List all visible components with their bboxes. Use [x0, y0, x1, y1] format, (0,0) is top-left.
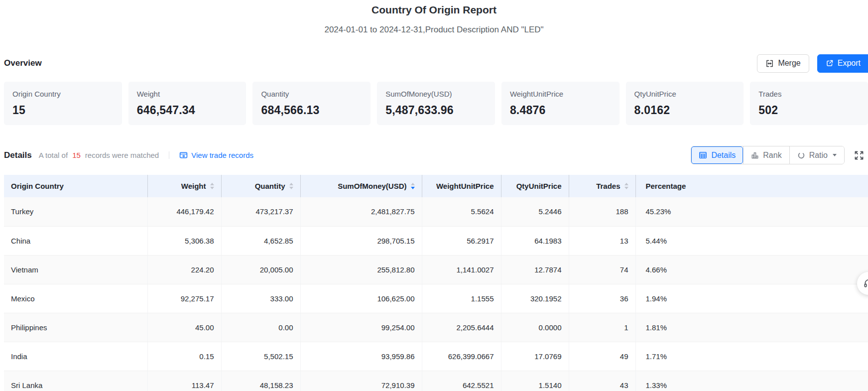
- cell-weight: 224.20: [147, 255, 221, 284]
- cell-origin-country: India: [4, 342, 147, 371]
- merge-button[interactable]: Merge: [757, 54, 809, 73]
- stat-card-label: Quantity: [261, 89, 371, 99]
- stat-card-value: 502: [758, 104, 868, 117]
- sort-desc-caret: [624, 187, 628, 189]
- cell-qty-unit-price: 12.7874: [501, 255, 569, 284]
- table-row: Mexico 92,275.17 333.00 106,625.00 1.155…: [4, 284, 868, 313]
- column-header-label: Percentage: [646, 182, 686, 190]
- tab-rank-label: Rank: [763, 151, 781, 160]
- stat-card-label: Trades: [758, 89, 868, 99]
- page-subtitle: 2024-01-01 to 2024-12-31,Product Descrip…: [0, 24, 868, 35]
- cell-trades: 36: [569, 284, 635, 313]
- sort-icon[interactable]: [624, 183, 628, 189]
- sort-desc-caret: [411, 187, 415, 189]
- column-header[interactable]: SumOfMoney(USD): [300, 175, 422, 197]
- cell-weight-unit-price: 5.5624: [422, 197, 501, 226]
- matched-prefix: A total of: [39, 151, 68, 159]
- overview-actions: Merge Export: [757, 54, 868, 73]
- table-header: Origin Country Weight: [4, 175, 868, 197]
- cell-weight: 45.00: [147, 313, 221, 342]
- column-header[interactable]: WeightUnitPrice: [422, 175, 501, 197]
- cell-weight: 92,275.17: [147, 284, 221, 313]
- table-row: Vietnam 224.20 20,005.00 255,812.80 1,14…: [4, 255, 868, 284]
- view-switcher: Details Rank Ratio: [691, 146, 864, 164]
- cell-trades: 13: [569, 226, 635, 255]
- segmented-control: Details Rank Ratio: [691, 146, 845, 164]
- cell-trades: 49: [569, 342, 635, 371]
- sort-icon[interactable]: [289, 183, 293, 189]
- table-row: India 0.15 5,502.15 93,959.86 626,399.06…: [4, 342, 868, 371]
- headset-icon: [863, 278, 868, 289]
- cell-qty-unit-price: 5.2446: [501, 197, 569, 226]
- cell-percentage: 4.66%: [635, 255, 868, 284]
- table-row: Turkey 446,179.42 473,217.37 2,481,827.7…: [4, 197, 868, 226]
- fullscreen-icon[interactable]: [854, 150, 864, 160]
- stat-card: Quantity 684,566.13: [252, 82, 371, 125]
- cell-quantity: 20,005.00: [221, 255, 300, 284]
- cell-percentage: 1.33%: [635, 371, 868, 391]
- cell-trades: 1: [569, 313, 635, 342]
- cell-trades: 188: [569, 197, 635, 226]
- sort-icon[interactable]: [210, 183, 214, 189]
- tab-details[interactable]: Details: [691, 146, 743, 164]
- matched-suffix: records were matched: [85, 151, 159, 159]
- stat-card-label: SumOfMoney(USD): [385, 89, 495, 99]
- cell-weight-unit-price: 2,205.6444: [422, 313, 501, 342]
- cell-weight-unit-price: 56.2917: [422, 226, 501, 255]
- sort-icon[interactable]: [411, 183, 415, 189]
- column-header-label: Origin Country: [11, 182, 64, 190]
- cell-origin-country: China: [4, 226, 147, 255]
- column-header-label: WeightUnitPrice: [436, 182, 494, 190]
- export-icon: [826, 59, 834, 67]
- cell-percentage: 1.71%: [635, 342, 868, 371]
- view-trade-records-link[interactable]: View trade records: [179, 151, 253, 159]
- cell-weight: 5,306.38: [147, 226, 221, 255]
- stat-card-label: Weight: [137, 89, 247, 99]
- stat-card: Trades 502: [750, 82, 868, 125]
- cell-weight-unit-price: 1.1555: [422, 284, 501, 313]
- column-header[interactable]: Quantity: [221, 175, 300, 197]
- cell-sum-of-money: 106,625.00: [300, 284, 422, 313]
- tab-rank[interactable]: Rank: [743, 146, 789, 164]
- cell-sum-of-money: 72,910.39: [300, 371, 422, 391]
- merge-button-label: Merge: [778, 59, 800, 68]
- cell-origin-country: Mexico: [4, 284, 147, 313]
- cell-quantity: 333.00: [221, 284, 300, 313]
- cell-qty-unit-price: 64.1983: [501, 226, 569, 255]
- details-toolbar: Details A total of 15 records were match…: [4, 146, 864, 164]
- cell-weight: 0.15: [147, 342, 221, 371]
- cell-origin-country: Vietnam: [4, 255, 147, 284]
- column-header[interactable]: Percentage: [635, 175, 868, 197]
- export-button[interactable]: Export: [817, 54, 868, 73]
- tab-ratio-label: Ratio: [809, 151, 828, 160]
- cell-sum-of-money: 93,959.86: [300, 342, 422, 371]
- column-header[interactable]: Weight: [147, 175, 221, 197]
- column-header-label: QtyUnitPrice: [516, 182, 562, 190]
- cell-weight: 113.47: [147, 371, 221, 391]
- stat-card-value: 8.0162: [634, 104, 744, 117]
- sort-desc-caret: [210, 187, 214, 189]
- table-body: Turkey 446,179.42 473,217.37 2,481,827.7…: [4, 197, 868, 391]
- details-section-title: Details: [4, 150, 32, 160]
- column-header[interactable]: QtyUnitPrice: [501, 175, 569, 197]
- stat-card-value: 646,547.34: [137, 104, 247, 117]
- cell-sum-of-money: 298,705.15: [300, 226, 422, 255]
- column-header[interactable]: Origin Country: [4, 175, 147, 197]
- cell-sum-of-money: 255,812.80: [300, 255, 422, 284]
- tab-ratio[interactable]: Ratio: [789, 146, 844, 164]
- column-header[interactable]: Trades: [569, 175, 635, 197]
- stat-card: WeightUnitPrice 8.4876: [501, 82, 620, 125]
- sort-asc-caret: [624, 183, 628, 185]
- table-header-row: Origin Country Weight: [4, 175, 868, 197]
- stat-card: SumOfMoney(USD) 5,487,633.96: [377, 82, 495, 125]
- stat-card-value: 5,487,633.96: [385, 104, 495, 117]
- cell-percentage: 1.94%: [635, 284, 868, 313]
- ratio-icon: [797, 151, 805, 159]
- view-trade-records-label: View trade records: [191, 151, 253, 159]
- trade-records-icon: [179, 151, 188, 159]
- column-header-label: Weight: [181, 182, 206, 190]
- cell-quantity: 473,217.37: [221, 197, 300, 226]
- sort-asc-caret: [210, 183, 214, 185]
- cell-sum-of-money: 2,481,827.75: [300, 197, 422, 226]
- overview-section-title: Overview: [4, 58, 42, 68]
